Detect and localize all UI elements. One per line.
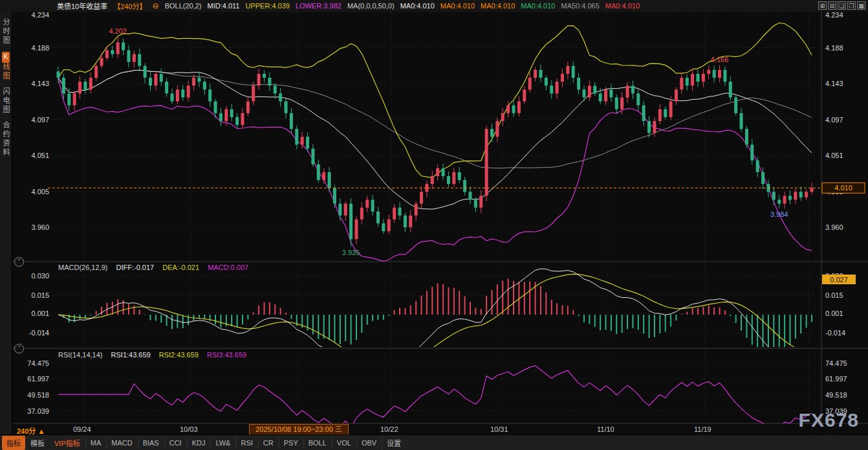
svg-text:3.960: 3.960	[31, 223, 49, 231]
svg-text:0.027: 0.027	[830, 276, 848, 284]
price-chart-svg[interactable]: 4.2344.2344.1884.1884.1434.1434.0974.097…	[12, 12, 868, 435]
indicator-toolbar: 指标 模板 VIP指标 MA MACD BIAS CCI KDJ LW& RSI…	[0, 434, 868, 450]
ma-value-2: MA0:4.010	[440, 2, 475, 10]
toolbar-item-indicators[interactable]: 指标	[2, 436, 25, 450]
sidebar-item-kline-chart[interactable]: K线图	[1, 52, 11, 81]
x-tick-1003: 10/03	[180, 425, 198, 433]
rsi3-value: RSI3:43.659	[207, 351, 246, 359]
svg-text:4.143: 4.143	[31, 80, 49, 87]
svg-text:4.188: 4.188	[31, 44, 49, 52]
selected-candle-datetime: 2025/10/08 19:00~23:00 三	[249, 424, 349, 435]
window-controls: ⊞ ⊟ ❏ ❐ ▦	[818, 1, 865, 10]
svg-text:4.202: 4.202	[109, 27, 127, 35]
chart-type-sidebar: 分时图 K线图 闪电图 合约资料	[0, 12, 12, 435]
x-tick-1119: 11/19	[694, 425, 711, 433]
svg-text:0.001: 0.001	[31, 309, 49, 317]
svg-text:4.097: 4.097	[825, 116, 843, 124]
toolbar-item-cr[interactable]: CR	[258, 437, 278, 449]
sidebar-item-contract-info[interactable]: 合约资料	[1, 121, 11, 157]
toolbar-item-obv[interactable]: OBV	[356, 437, 381, 449]
macd-dea-value: DEA:-0.021	[162, 264, 199, 271]
cascade-windows-icon[interactable]: ❐	[847, 1, 856, 10]
svg-text:0.015: 0.015	[31, 291, 49, 299]
split-horizontal-icon[interactable]: ⊟	[828, 1, 836, 10]
rsi-header: RSI(14,14,14) RSI1:43.659 RSI2:43.659 RS…	[58, 351, 253, 359]
topbar: 美债10年收益率 【240分】 ⊖ BOLL(20,2) MID:4.011 U…	[0, 0, 868, 12]
boll-upper-value: UPPER:4.039	[245, 2, 289, 10]
svg-text:4.051: 4.051	[31, 152, 49, 159]
tile-windows-icon[interactable]: ▦	[857, 1, 865, 10]
svg-text:0.001: 0.001	[825, 309, 843, 317]
x-tick-1110: 11/10	[597, 425, 614, 433]
toolbar-item-cci[interactable]: CCI	[164, 437, 186, 449]
toolbar-item-templates[interactable]: 模板	[26, 436, 49, 450]
toolbar-item-ma[interactable]: MA	[85, 437, 106, 449]
ma-value-3: MA0:4.010	[481, 2, 515, 10]
toolbar-item-settings[interactable]: 设置	[382, 436, 406, 450]
collapse-macd-button[interactable]: ⌃	[14, 257, 24, 267]
svg-text:4.005: 4.005	[31, 188, 49, 196]
svg-text:3.984: 3.984	[770, 210, 788, 218]
macd-params-label: MACD(26,12,9)	[58, 264, 107, 271]
layout-grid-icon[interactable]: ⊞	[818, 1, 827, 10]
x-tick-1031: 10/31	[490, 425, 508, 433]
toolbar-item-boll[interactable]: BOLL	[303, 437, 331, 449]
svg-text:0.015: 0.015	[825, 291, 843, 299]
svg-text:49.518: 49.518	[825, 391, 847, 399]
toolbar-item-macd[interactable]: MACD	[106, 437, 136, 449]
ma-value-1: MA0:4.010	[400, 2, 435, 10]
x-tick-1022: 10/22	[380, 425, 398, 433]
zoom-out-icon[interactable]: ⊖	[153, 1, 159, 10]
macd-hist-value: MACD:0.007	[208, 264, 248, 271]
fx678-watermark: FX678	[799, 409, 859, 431]
x-axis: 240分 ▲ 09/24 10/03 2025/10/08 19:00~23:0…	[12, 423, 868, 435]
toolbar-item-vol[interactable]: VOL	[332, 437, 356, 449]
svg-text:-0.014: -0.014	[825, 329, 845, 337]
sidebar-item-flash-chart[interactable]: 闪电图	[1, 87, 11, 115]
rsi2-value: RSI2:43.659	[159, 351, 199, 359]
new-window-icon[interactable]: ❏	[838, 1, 846, 10]
svg-text:61.997: 61.997	[825, 375, 847, 383]
ma-value-4: MA0:4.010	[521, 2, 555, 10]
ma50-value: MA50:4.065	[561, 2, 599, 10]
x-tick-0924: 09/24	[73, 425, 91, 433]
svg-text:4.188: 4.188	[825, 44, 843, 52]
svg-text:37.039: 37.039	[27, 407, 49, 415]
svg-text:-0.014: -0.014	[29, 329, 49, 337]
period-selector[interactable]: 【240分】	[113, 1, 146, 11]
svg-text:74.475: 74.475	[27, 359, 49, 367]
macd-header: MACD(26,12,9) DIFF:-0.017 DEA:-0.021 MAC…	[58, 264, 255, 271]
ma-params-label: MA(0,0,0,50,0)	[347, 2, 395, 10]
svg-text:4.051: 4.051	[825, 152, 843, 159]
boll-lower-value: LOWER:3.982	[296, 2, 342, 10]
symbol-title: 美债10年收益率	[57, 1, 107, 11]
svg-text:4.234: 4.234	[825, 12, 843, 19]
toolbar-item-vip-indicators[interactable]: VIP指标	[50, 436, 85, 450]
svg-text:4.234: 4.234	[31, 12, 49, 19]
svg-text:3.960: 3.960	[825, 223, 843, 231]
macd-diff-value: DIFF:-0.017	[116, 264, 154, 271]
svg-text:4.097: 4.097	[31, 116, 49, 124]
svg-text:4.166: 4.166	[711, 56, 729, 63]
rsi1-value: RSI1:43.659	[111, 351, 151, 359]
ma-value-6: MA0:4.010	[605, 2, 640, 10]
svg-text:4.010: 4.010	[834, 184, 852, 192]
toolbar-item-lw[interactable]: LW&	[210, 437, 235, 449]
svg-text:3.935: 3.935	[342, 249, 360, 256]
kline-active-badge: K	[2, 52, 10, 63]
collapse-rsi-button[interactable]: ⌃	[14, 344, 24, 354]
toolbar-item-bias[interactable]: BIAS	[138, 437, 164, 449]
toolbar-item-psy[interactable]: PSY	[279, 437, 303, 449]
sidebar-item-time-chart[interactable]: 分时图	[1, 18, 11, 45]
chart-region: 4.2344.2344.1884.1884.1434.1434.0974.097…	[12, 12, 868, 435]
boll-mid-value: MID:4.011	[208, 2, 240, 10]
svg-text:0.030: 0.030	[31, 272, 49, 280]
svg-text:74.475: 74.475	[825, 359, 847, 367]
rsi-params-label: RSI(14,14,14)	[58, 351, 102, 359]
boll-params-label: BOLL(20,2)	[165, 2, 202, 10]
svg-text:4.143: 4.143	[825, 80, 843, 87]
svg-text:49.518: 49.518	[27, 391, 49, 399]
toolbar-item-kdj[interactable]: KDJ	[187, 437, 210, 449]
svg-text:61.997: 61.997	[27, 375, 49, 383]
toolbar-item-rsi[interactable]: RSI	[235, 437, 257, 449]
